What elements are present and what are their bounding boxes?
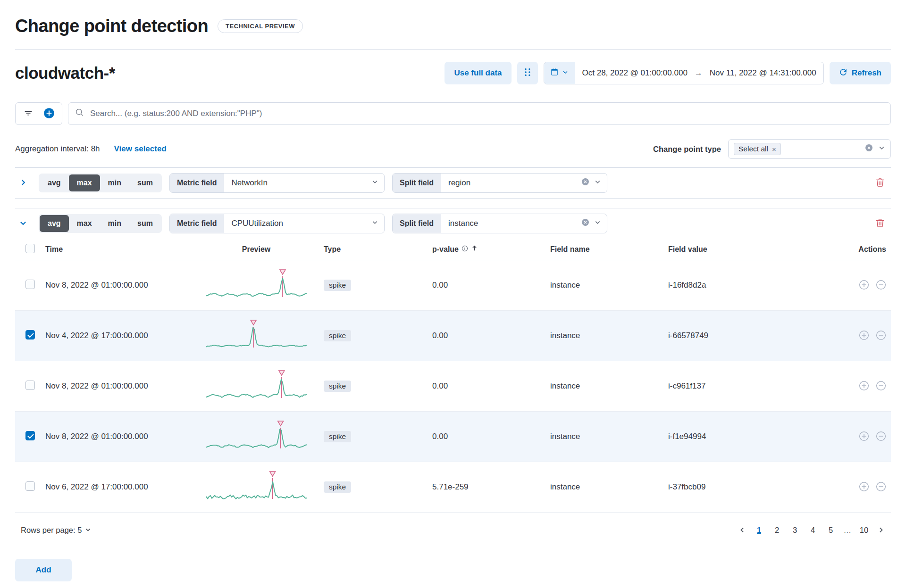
chevron-down-icon[interactable]	[371, 178, 378, 188]
agg-function-min-button[interactable]: min	[100, 215, 129, 232]
type-badge: spike	[324, 481, 351, 493]
clear-selection-icon[interactable]	[581, 178, 589, 188]
row-field-name: instance	[546, 482, 664, 492]
view-selected-link[interactable]: View selected	[114, 144, 167, 154]
change-point-marker-icon	[269, 472, 275, 476]
info-icon[interactable]	[461, 245, 468, 254]
type-badge: spike	[324, 431, 351, 442]
metric-field-select[interactable]: Metric field NetworkIn	[169, 173, 385, 193]
remove-tag-icon[interactable]: ×	[772, 146, 776, 153]
minus-in-circle-icon	[876, 330, 886, 342]
date-quick-select-button[interactable]	[544, 62, 575, 84]
add-button[interactable]: Add	[15, 559, 72, 581]
column-header-p-value[interactable]: p-value	[428, 245, 546, 254]
data-view-title: cloudwatch-*	[15, 64, 115, 83]
split-field-label: Split field	[393, 214, 441, 233]
filter-out-value-button[interactable]	[875, 481, 887, 493]
agg-function-avg-button[interactable]: avg	[40, 174, 69, 191]
next-page-button[interactable]	[874, 522, 888, 538]
row-preview	[193, 418, 320, 455]
refresh-icon	[839, 68, 847, 79]
plus-in-circle-icon	[859, 330, 869, 342]
clear-selection-icon[interactable]	[865, 144, 873, 154]
agg-function-sum-button[interactable]: sum	[129, 174, 161, 191]
filter-button[interactable]	[19, 105, 37, 123]
row-checkbox[interactable]	[25, 481, 35, 491]
change-point-type-combobox[interactable]: Select all ×	[728, 139, 891, 159]
page-10-button[interactable]: 10	[856, 522, 872, 538]
agg-function-max-button[interactable]: max	[69, 174, 100, 191]
delete-config-button[interactable]	[869, 214, 891, 233]
chevron-down-icon[interactable]	[878, 144, 885, 154]
delete-config-button[interactable]	[869, 173, 891, 193]
type-badge: spike	[324, 381, 351, 392]
split-field-value: region	[441, 178, 581, 188]
change-point-detection-page: Change point detection TECHNICAL PREVIEW…	[0, 0, 906, 581]
page-title: Change point detection	[15, 16, 208, 36]
pagination: 12345…10	[735, 522, 889, 538]
row-field-name: instance	[546, 331, 664, 340]
agg-function-sum-button[interactable]: sum	[129, 215, 161, 232]
date-arrow-icon: →	[695, 68, 703, 78]
change-point-marker-icon	[279, 270, 285, 274]
row-checkbox[interactable]	[25, 280, 35, 289]
agg-function-avg-button[interactable]: avg	[40, 215, 69, 232]
chevron-down-icon[interactable]	[594, 178, 601, 188]
page-4-button[interactable]: 4	[805, 522, 821, 538]
aggregation-interval-label: Aggregation interval: 8h	[15, 144, 100, 154]
row-checkbox[interactable]	[25, 431, 35, 440]
agg-function-min-button[interactable]: min	[100, 174, 129, 191]
page-5-button[interactable]: 5	[823, 522, 839, 538]
filter-out-value-button[interactable]	[875, 330, 887, 342]
metric-field-select[interactable]: Metric field CPUUtilization	[169, 214, 385, 233]
preview-sparkline	[206, 368, 307, 405]
add-filter-button[interactable]	[40, 105, 58, 123]
filter-out-value-button[interactable]	[875, 279, 887, 291]
sort-ascending-icon[interactable]	[471, 245, 478, 254]
filter-for-value-button[interactable]	[858, 481, 870, 493]
filter-for-value-button[interactable]	[858, 431, 870, 443]
search-input[interactable]	[89, 108, 883, 119]
column-header-time[interactable]: Time	[42, 245, 193, 254]
collapse-config-button[interactable]	[15, 214, 31, 233]
use-full-data-button[interactable]: Use full data	[445, 62, 511, 84]
row-checkbox[interactable]	[25, 330, 35, 340]
filter-for-value-button[interactable]	[858, 380, 870, 392]
chevron-down-icon[interactable]	[594, 219, 601, 228]
column-header-actions: Actions	[839, 245, 891, 254]
chevron-down-icon[interactable]	[371, 219, 378, 228]
expand-config-button[interactable]	[15, 174, 31, 192]
split-field-combobox[interactable]: Split field region	[392, 173, 607, 193]
filter-for-value-button[interactable]	[858, 279, 870, 291]
filter-out-value-button[interactable]	[875, 431, 887, 443]
date-start[interactable]: Oct 28, 2022 @ 01:00:00.000	[575, 68, 695, 78]
page-2-button[interactable]: 2	[769, 522, 785, 538]
row-time: Nov 6, 2022 @ 17:00:00.000	[42, 482, 193, 492]
split-field-combobox[interactable]: Split field instance	[392, 214, 607, 233]
row-p-value: 0.00	[428, 381, 546, 391]
chevron-down-icon	[19, 219, 27, 229]
page-3-button[interactable]: 3	[787, 522, 803, 538]
previous-page-button[interactable]	[735, 522, 749, 538]
agg-function-max-button[interactable]: max	[69, 215, 100, 232]
clear-selection-icon[interactable]	[581, 218, 589, 229]
rows-per-page-button[interactable]: Rows per page: 5	[18, 525, 94, 535]
query-menu-button[interactable]	[517, 62, 538, 84]
row-checkbox[interactable]	[25, 381, 35, 390]
minus-in-circle-icon	[876, 381, 886, 392]
date-end[interactable]: Nov 11, 2022 @ 14:31:00.000	[703, 68, 823, 78]
page-1-button[interactable]: 1	[751, 522, 767, 538]
filter-out-value-button[interactable]	[875, 380, 887, 392]
type-badge: spike	[324, 330, 351, 341]
date-range-picker[interactable]: Oct 28, 2022 @ 01:00:00.000 → Nov 11, 20…	[544, 62, 824, 84]
select-all-checkbox[interactable]	[25, 244, 35, 253]
filter-for-value-button[interactable]	[858, 330, 870, 342]
refresh-button[interactable]: Refresh	[830, 62, 891, 84]
table-header: Time Preview Type p-value Field name Fie…	[15, 239, 891, 260]
chevron-right-icon	[19, 178, 27, 188]
plus-in-circle-icon	[859, 431, 869, 443]
column-header-type: Type	[320, 245, 428, 254]
filter-group	[15, 102, 62, 125]
select-all-tag[interactable]: Select all ×	[734, 143, 781, 155]
search-row	[15, 102, 891, 125]
